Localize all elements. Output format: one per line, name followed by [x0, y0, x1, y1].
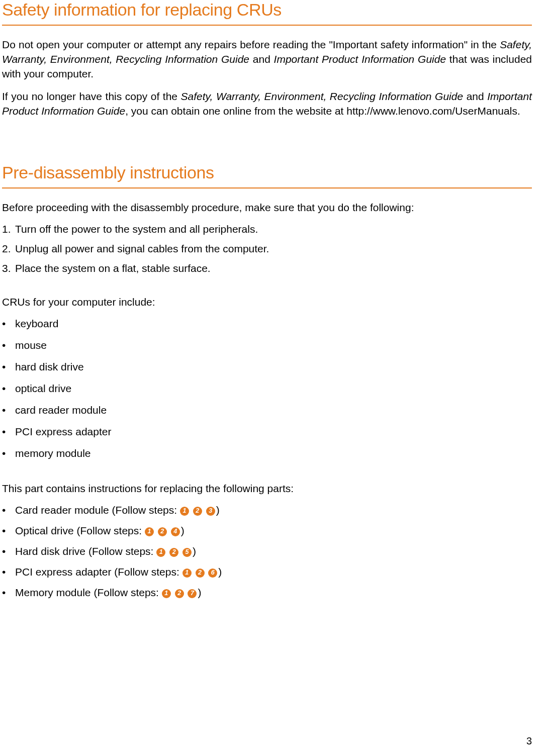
list-item: 2. Unplug all power and signal cables fr… — [2, 242, 532, 256]
list-item: hard disk drive — [2, 360, 532, 374]
step-badge-icon: 6 — [208, 569, 217, 578]
follow-suffix: ) — [218, 566, 222, 578]
bullet-icon — [2, 503, 15, 518]
list-text: Card reader module (Follow steps: 1 2 3) — [15, 503, 220, 518]
step-badge-icon: 2 — [193, 507, 202, 516]
bullet-icon — [2, 360, 15, 374]
bullet-icon — [2, 524, 15, 538]
bullet-icon — [2, 425, 15, 439]
bullet-icon — [2, 565, 15, 580]
pre-disassembly-intro: Before proceeding with the disassembly p… — [2, 201, 532, 215]
bullet-icon — [2, 338, 15, 353]
follow-prefix: (Follow steps: — [109, 504, 180, 516]
pre-disassembly-steps: 1. Turn off the power to the system and … — [2, 222, 532, 276]
list-marker: 3. — [2, 261, 15, 276]
italic-guide-name: Safety, Warranty, Environment, Recycling… — [181, 90, 464, 102]
list-text: Unplug all power and signal cables from … — [15, 242, 269, 256]
list-item: PCI express adapter (Follow steps: 1 2 6… — [2, 565, 532, 580]
italic-guide-name: Important Product Information Guide — [274, 53, 446, 65]
list-marker: 2. — [2, 242, 15, 256]
list-item: Memory module (Follow steps: 1 2 7) — [2, 586, 532, 600]
page: Safety information for replacing CRUs Do… — [0, 0, 552, 756]
list-item: memory module — [2, 446, 532, 461]
step-badge-icon: 1 — [182, 569, 192, 578]
cru-list: keyboard mouse hard disk drive optical d… — [2, 317, 532, 461]
list-text: memory module — [15, 446, 91, 461]
text: and — [249, 53, 274, 65]
list-text: mouse — [15, 338, 47, 353]
list-item: card reader module — [2, 403, 532, 418]
safety-paragraph-1: Do not open your computer or attempt any… — [2, 38, 532, 81]
page-number: 3 — [526, 735, 532, 747]
part-name: PCI express adapter — [15, 566, 111, 578]
bullet-icon — [2, 403, 15, 418]
follow-suffix: ) — [216, 504, 220, 516]
list-item: Hard disk drive (Follow steps: 1 2 5) — [2, 544, 532, 559]
heading-rule — [2, 25, 532, 26]
cru-list-intro: CRUs for your computer include: — [2, 295, 532, 310]
list-text: Optical drive (Follow steps: 1 2 4) — [15, 524, 185, 538]
text: Do not open your computer or attempt any… — [2, 39, 500, 50]
heading-pre-disassembly: Pre-disassembly instructions — [2, 163, 532, 183]
text: , you can obtain one online from the web… — [125, 105, 520, 117]
list-item: keyboard — [2, 317, 532, 331]
follow-prefix: (Follow steps: — [91, 587, 162, 598]
list-text: hard disk drive — [15, 360, 84, 374]
follow-suffix: ) — [198, 587, 201, 598]
parts-list: Card reader module (Follow steps: 1 2 3)… — [2, 503, 532, 600]
list-text: PCI express adapter (Follow steps: 1 2 6… — [15, 565, 222, 580]
part-name: Hard disk drive — [15, 545, 85, 557]
step-badge-icon: 5 — [182, 548, 192, 557]
step-badge-icon: 2 — [169, 548, 178, 557]
part-name: Optical drive — [15, 525, 74, 536]
list-item: PCI express adapter — [2, 425, 532, 439]
list-text: Hard disk drive (Follow steps: 1 2 5) — [15, 544, 196, 559]
list-text: Place the system on a flat, stable surfa… — [15, 261, 211, 276]
list-text: keyboard — [15, 317, 58, 331]
step-badge-icon: 7 — [188, 589, 197, 598]
list-text: card reader module — [15, 403, 107, 418]
list-text: Turn off the power to the system and all… — [15, 222, 258, 237]
heading-safety-cru: Safety information for replacing CRUs — [2, 0, 532, 21]
follow-suffix: ) — [193, 545, 196, 557]
step-badge-icon: 1 — [156, 548, 165, 557]
list-item: Optical drive (Follow steps: 1 2 4) — [2, 524, 532, 538]
list-item: mouse — [2, 338, 532, 353]
bullet-icon — [2, 317, 15, 331]
follow-prefix: (Follow steps: — [85, 545, 156, 557]
bullet-icon — [2, 446, 15, 461]
list-text: PCI express adapter — [15, 425, 111, 439]
follow-prefix: (Follow steps: — [111, 566, 182, 578]
list-item: 1. Turn off the power to the system and … — [2, 222, 532, 237]
step-badge-icon: 1 — [180, 507, 189, 516]
part-name: Memory module — [15, 587, 91, 598]
follow-prefix: (Follow steps: — [74, 525, 145, 536]
step-badge-icon: 1 — [162, 589, 171, 598]
step-badge-icon: 3 — [206, 507, 215, 516]
step-badge-icon: 4 — [171, 527, 180, 536]
parts-list-intro: This part contains instructions for repl… — [2, 482, 532, 496]
step-badge-icon: 1 — [145, 527, 154, 536]
heading-rule — [2, 187, 532, 188]
list-item: optical drive — [2, 382, 532, 396]
follow-suffix: ) — [181, 525, 185, 536]
part-name: Card reader module — [15, 504, 109, 516]
list-item: Card reader module (Follow steps: 1 2 3) — [2, 503, 532, 518]
bullet-icon — [2, 382, 15, 396]
safety-paragraph-2: If you no longer have this copy of the S… — [2, 89, 532, 119]
list-text: Memory module (Follow steps: 1 2 7) — [15, 586, 201, 600]
step-badge-icon: 2 — [158, 527, 167, 536]
step-badge-icon: 2 — [175, 589, 184, 598]
step-badge-icon: 2 — [196, 569, 205, 578]
bullet-icon — [2, 586, 15, 600]
list-text: optical drive — [15, 382, 71, 396]
list-item: 3. Place the system on a flat, stable su… — [2, 261, 532, 276]
bullet-icon — [2, 544, 15, 559]
text: and — [463, 90, 487, 102]
text: If you no longer have this copy of the — [2, 90, 181, 102]
list-marker: 1. — [2, 222, 15, 237]
